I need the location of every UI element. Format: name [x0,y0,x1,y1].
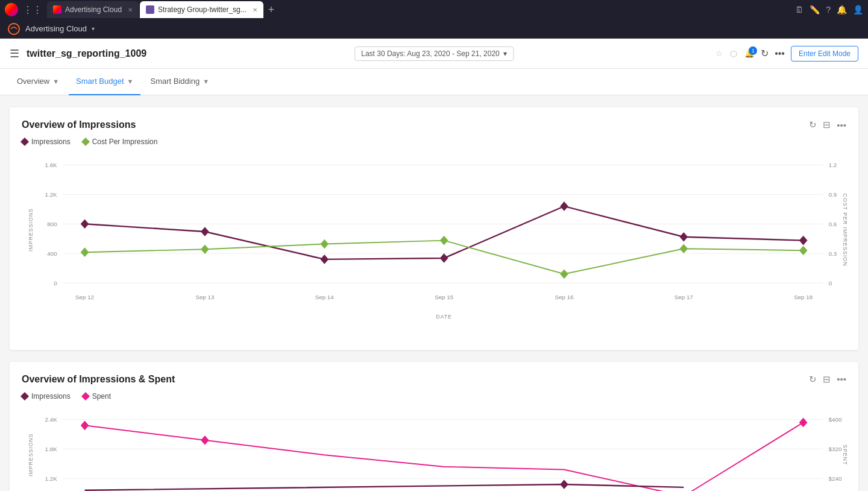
impressions2-dot [560,480,568,489]
legend-impressions: Impressions [22,138,71,146]
spent-dot-2 [201,436,209,445]
legend-impressions-label: Impressions [31,138,71,146]
app-title-chevron[interactable]: ▾ [92,25,95,32]
browser-user-icon[interactable]: 👤 [853,5,863,14]
main-content: Overview of Impressions ↻ ⊟ ••• Impressi… [0,95,868,491]
x-label-sep15: Sep 15 [435,294,454,300]
app-header: Advertising Cloud ▾ [0,19,868,39]
browser-edit-icon[interactable]: ✏️ [810,5,820,14]
browser-help-icon[interactable]: ? [826,5,831,14]
cpi-dot-3 [320,239,329,249]
legend-impressions2: Impressions [22,392,71,401]
tab-close-sg[interactable]: ✕ [253,7,257,13]
browser-bell-icon[interactable]: 🔔 [837,5,847,14]
svg-point-0 [8,24,19,34]
y-right-label-3: 0.6 [829,221,837,227]
chart-impressions-spent-title: Overview of Impressions & Spent [22,374,175,385]
legend-spent: Spent [83,392,111,401]
browser-calendar-icon[interactable]: 🗓 [795,5,804,14]
browser-tab-advertising-cloud[interactable]: Advertising Cloud ✕ [47,1,139,18]
refresh-button[interactable]: ↻ [761,48,769,59]
chart-impressions-spent-card: Overview of Impressions & Spent ↻ ⊟ ••• … [10,362,858,491]
browser-logo [5,3,18,16]
browser-grid-icon[interactable]: ⋮⋮ [23,4,42,16]
chart-impressions-card: Overview of Impressions ↻ ⊟ ••• Impressi… [10,107,858,350]
chart-impressions-spent-refresh[interactable]: ↻ [809,374,817,385]
cpi-dot-5 [560,269,568,279]
chart-impressions-spent-legend: Impressions Spent [22,392,846,401]
share-icon[interactable]: ⬡ [730,49,737,59]
tab-smart-bidding-filter-icon[interactable]: ▼ [203,78,209,85]
tab-smart-budget-label: Smart Budget [76,77,124,86]
legend-cpi-label: Cost Per Impression [92,138,158,146]
y-right-label-1: 1.2 [829,162,837,168]
impressions-dot-4 [440,253,448,263]
y-left-label-1: 1.6K [45,162,58,168]
y2-axis-left-title: IMPRESSIONS [28,433,34,477]
tab-smart-bidding-label: Smart Bidding [150,77,200,86]
legend-spent-icon [81,392,90,401]
new-tab-button[interactable]: + [265,4,278,16]
chart-impressions-filter[interactable]: ⊟ [823,119,831,130]
nav-tabs: Overview ▼ Smart Budget ▼ Smart Bidding … [0,69,868,95]
x-axis-title: DATE [436,314,452,320]
chart-impressions-spent-actions: ↻ ⊟ ••• [809,374,846,385]
chart-impressions-header: Overview of Impressions ↻ ⊟ ••• [22,119,846,130]
tab-smart-budget[interactable]: Smart Budget ▼ [69,69,140,95]
tab-overview-label: Overview [17,77,49,86]
spent-line [85,422,804,491]
browser-tab-label-sg: Strategy Group-twitter_sg... [158,5,247,14]
y2-right-label-1: $400 [829,416,842,423]
chart-impressions-refresh[interactable]: ↻ [809,119,817,130]
y-axis-right-title: COST PER IMPRESSION [842,194,848,267]
impressions2-line [85,484,684,490]
y-right-label-5: 0 [829,280,832,287]
cpi-dot-2 [201,244,209,254]
y2-left-label-3: 1.2K [45,475,58,482]
chart-impressions-title: Overview of Impressions [22,119,136,130]
impressions-dot-3 [320,255,329,264]
date-range-button[interactable]: Last 30 Days: Aug 23, 2020 - Sep 21, 202… [354,46,514,61]
impressions-dot-6 [679,232,688,242]
browser-tab-label-ac: Advertising Cloud [65,5,122,14]
tab-overview-filter-icon[interactable]: ▼ [52,78,59,85]
impressions-dot-2 [201,227,209,236]
x-label-sep16: Sep 16 [555,294,573,300]
date-range-chevron: ▾ [503,49,507,58]
browser-actions: 🗓 ✏️ ? 🔔 👤 [795,5,863,14]
star-icon[interactable]: ☆ [715,49,723,58]
legend-impressions2-label: Impressions [31,392,71,401]
y-left-label-4: 400 [47,250,57,257]
more-button[interactable]: ••• [775,48,785,59]
y2-left-label-1: 2.4K [45,416,58,423]
notification-button[interactable]: 🔔 1 [744,49,755,58]
chart-impressions-area: 1.6K 1.2K 800 400 0 1.2 0.9 0.6 0.3 0 IM… [22,153,846,338]
tab-smart-bidding[interactable]: Smart Bidding ▼ [143,69,216,95]
tab-overview[interactable]: Overview ▼ [10,69,66,95]
cpi-dot-7 [799,246,808,255]
chart-impressions-actions: ↻ ⊟ ••• [809,119,846,130]
cpi-dot-6 [679,244,688,253]
chart-impressions-spent-filter[interactable]: ⊟ [823,374,831,385]
impressions-line [85,206,804,259]
y-right-label-4: 0.3 [829,250,837,257]
tab-smart-budget-filter-icon[interactable]: ▼ [127,78,134,85]
page-actions: 🔔 1 ↻ ••• Enter Edit Mode [744,46,858,62]
y-left-label-5: 0 [54,280,57,287]
y-axis-left-title: IMPRESSIONS [28,208,34,252]
browser-tab-strategy-group[interactable]: Strategy Group-twitter_sg... ✕ [140,1,263,18]
chart-impressions-spent-area: 2.4K 1.8K 1.2K $400 $320 $240 IMPRESSION… [22,408,846,491]
x-label-sep13: Sep 13 [195,294,214,300]
browser-tab-bar: Advertising Cloud ✕ Strategy Group-twitt… [47,1,793,18]
app-title[interactable]: Advertising Cloud [25,24,87,33]
chart-impressions-more[interactable]: ••• [837,120,846,130]
chart-impressions-spent-header: Overview of Impressions & Spent ↻ ⊟ ••• [22,374,846,385]
impressions-dot-5 [560,201,568,211]
enter-edit-mode-button[interactable]: Enter Edit Mode [791,46,858,62]
tab-close-ac[interactable]: ✕ [128,7,133,13]
hamburger-menu[interactable]: ☰ [10,47,19,60]
legend-cpi: Cost Per Impression [83,138,158,146]
chart-impressions-spent-more[interactable]: ••• [837,374,846,384]
legend-cpi-icon [81,138,90,146]
x-label-sep18: Sep 18 [794,294,813,300]
